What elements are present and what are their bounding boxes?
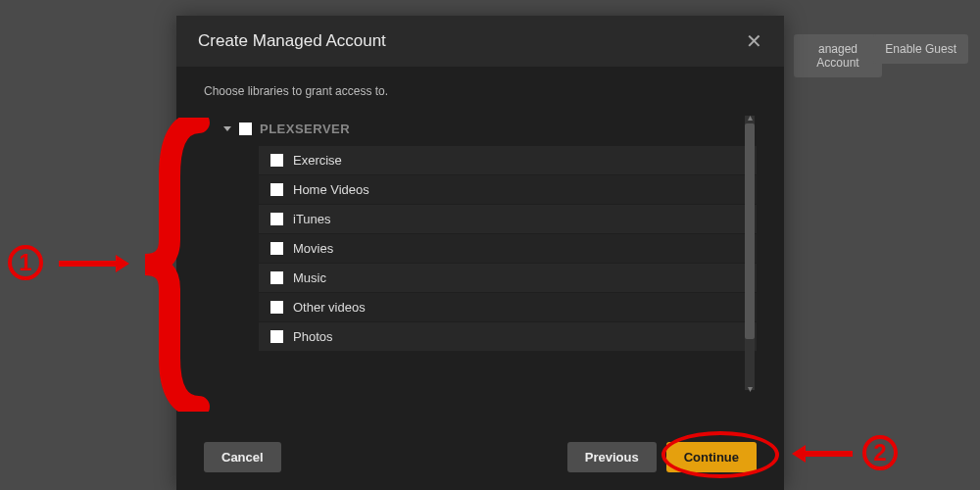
annotation-step-2: 2 [862,435,898,470]
library-checkbox[interactable] [270,213,283,225]
library-checkbox[interactable] [270,301,283,314]
modal-title: Create Managed Account [198,31,386,51]
library-row[interactable]: Home Videos [259,175,757,204]
footer-right-group: Previous Continue [567,442,757,472]
instructions-text: Choose libraries to grant access to. [204,84,757,98]
library-row[interactable]: Music [259,264,757,292]
annotation-step-1: 1 [8,245,43,280]
library-label: Music [293,270,326,285]
caret-down-icon[interactable] [223,126,231,131]
scroll-up-icon[interactable]: ▴ [745,112,755,122]
library-label: Home Videos [293,182,369,197]
bg-enable-guest-button: Enable Guest [873,34,968,64]
library-row[interactable]: Photos [259,322,757,351]
library-row[interactable]: Movies [259,234,757,263]
library-label: Exercise [293,153,342,168]
library-list: Exercise Home Videos iTunes Movies Music [259,146,757,351]
server-checkbox[interactable] [239,122,252,135]
bg-managed-account-button: anaged Account [794,34,882,77]
library-checkbox[interactable] [270,154,283,167]
annotation-arrow-2-icon [804,451,853,457]
modal-footer: Cancel Previous Continue [176,428,784,490]
close-icon[interactable]: ✕ [746,31,762,51]
library-label: Other videos [293,300,366,315]
annotation-arrow-1-icon [59,261,118,267]
continue-button[interactable]: Continue [666,442,757,472]
create-managed-account-modal: Create Managed Account ✕ Choose librarie… [176,16,784,490]
previous-button[interactable]: Previous [567,442,657,472]
cancel-button[interactable]: Cancel [204,442,281,472]
library-checkbox[interactable] [270,242,283,255]
scroll-down-icon[interactable]: ▾ [745,383,755,394]
scrollbar-thumb[interactable] [745,123,755,339]
library-row[interactable]: Other videos [259,293,757,321]
server-name-label: PLEXSERVER [260,122,350,136]
library-label: iTunes [293,212,331,226]
library-checkbox[interactable] [270,183,283,196]
library-tree: PLEXSERVER Exercise Home Videos iTunes [204,116,757,390]
library-row[interactable]: iTunes [259,205,757,233]
library-label: Movies [293,241,333,256]
library-row[interactable]: Exercise [259,146,757,174]
modal-header: Create Managed Account ✕ [176,16,784,67]
library-checkbox[interactable] [270,271,283,284]
modal-body: Choose libraries to grant access to. PLE… [176,67,784,428]
library-label: Photos [293,329,332,344]
server-row[interactable]: PLEXSERVER [220,116,757,142]
library-checkbox[interactable] [270,330,283,343]
